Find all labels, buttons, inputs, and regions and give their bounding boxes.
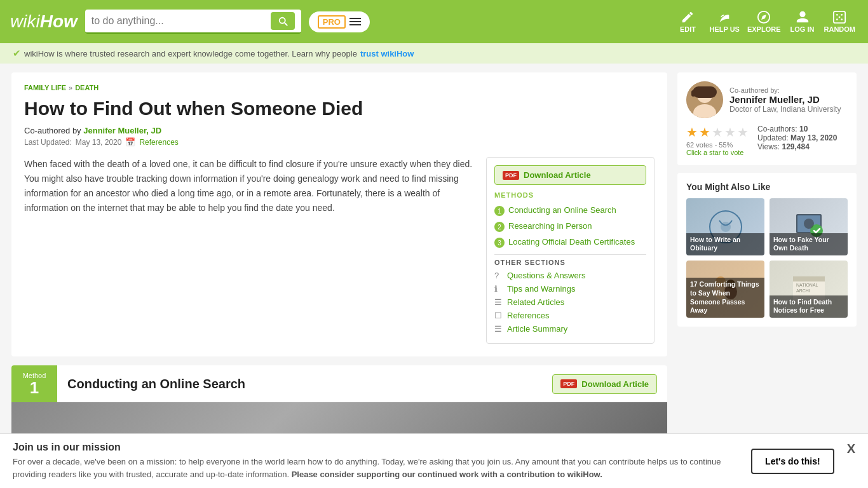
svg-point-6	[841, 18, 843, 20]
close-banner-button[interactable]: X	[847, 442, 855, 456]
co-authored-line: Co-authored by Jennifer Mueller, JD	[24, 126, 654, 135]
star-4[interactable]: ★	[724, 125, 736, 140]
other-item-references[interactable]: ☐ References	[494, 309, 646, 322]
trust-link[interactable]: trust wikiHow	[360, 49, 414, 58]
method-3-num: 3	[494, 238, 505, 248]
method-2-text: Researching in Person	[508, 221, 592, 231]
pro-label: PRO	[318, 15, 346, 29]
nav-login-label: LOG IN	[790, 25, 815, 33]
article-card: FAMILY LIFE » DEATH How to Find Out when…	[11, 72, 667, 356]
banner-content: Join us in our mission For over a decade…	[13, 442, 741, 480]
stars: ★ ★ ★ ★ ★	[686, 125, 749, 140]
method-badge-num: 1	[30, 379, 39, 396]
summary-label: Article Summary	[507, 324, 567, 334]
nav-random-label: RANDOM	[824, 25, 856, 33]
meta-coauthors: Co-authors: 10	[757, 125, 837, 133]
nav-edit[interactable]: EDIT	[671, 8, 704, 36]
lets-do-button[interactable]: Let's do this!	[751, 449, 834, 474]
download-article-button[interactable]: PDF Download Article	[494, 165, 646, 185]
updated-label: Updated:	[757, 133, 789, 142]
search-button[interactable]	[271, 12, 295, 30]
nav-explore-label: EXPLORE	[747, 25, 781, 33]
might-like-label-1: How to Write an Obituary	[686, 233, 764, 255]
star-3[interactable]: ★	[712, 125, 723, 140]
method-download-label: Download Article	[581, 379, 649, 389]
might-like-item-3[interactable]: 17 Comforting Things to Say When Someone…	[686, 261, 764, 318]
qa-icon: ?	[494, 271, 503, 280]
might-like-item-4[interactable]: NATIONAL ARCHI How to Find Death Notices…	[770, 261, 848, 318]
method-item-1[interactable]: 1 Conducting an Online Search	[494, 203, 646, 219]
hamburger-icon	[349, 18, 361, 25]
method-download-button[interactable]: PDF Download Article	[552, 374, 657, 394]
method-item-3[interactable]: 3 Locating Official Death Certificates	[494, 234, 646, 250]
might-like-item-2[interactable]: How to Fake Your Own Death	[770, 198, 848, 255]
pencil-icon	[681, 10, 695, 24]
nav-random[interactable]: RANDOM	[822, 8, 858, 36]
last-updated-line: Last Updated: May 13, 2020 📅 References	[24, 137, 654, 147]
other-item-related[interactable]: ☰ Related Articles	[494, 295, 646, 309]
nav-explore[interactable]: EXPLORE	[745, 8, 783, 36]
qa-label: Questions & Answers	[507, 271, 586, 280]
banner-body: For over a decade, we've been on a missi…	[13, 456, 741, 480]
author-name[interactable]: Jennifer Mueller, JD	[729, 94, 841, 105]
co-authored-by-label: Co-authored by:	[729, 86, 841, 94]
method-header: Method 1 Conducting an Online Search PDF…	[11, 365, 667, 402]
pro-button[interactable]: PRO	[309, 11, 370, 32]
other-item-qa[interactable]: ? Questions & Answers	[494, 269, 646, 282]
co-authored-name[interactable]: Jennifer Mueller, JD	[83, 126, 161, 135]
references-link[interactable]: References	[139, 138, 178, 147]
download-article-label: Download Article	[524, 170, 591, 180]
method-title: Conducting an Online Search	[67, 377, 245, 391]
search-icon	[277, 15, 288, 27]
compass-icon	[757, 10, 771, 24]
meta-views: Views: 129,484	[757, 142, 837, 151]
svg-point-14	[721, 222, 731, 232]
last-updated-date: May 13, 2020	[76, 138, 122, 147]
might-like-item-1[interactable]: How to Write an Obituary	[686, 198, 764, 255]
banner-title: Join us in our mission	[13, 442, 741, 453]
svg-text:NATIONAL: NATIONAL	[796, 283, 818, 287]
methods-label: METHODS	[494, 191, 646, 199]
last-updated-label: Last Updated:	[24, 138, 72, 147]
logo[interactable]: wikiHow	[10, 11, 78, 32]
seedling-icon	[717, 10, 731, 24]
search-input[interactable]	[92, 15, 268, 27]
bottom-banner: Join us in our mission For over a decade…	[0, 433, 868, 488]
other-item-tips[interactable]: ℹ Tips and Warnings	[494, 282, 646, 295]
methods-box: PDF Download Article METHODS 1 Conductin…	[486, 157, 654, 344]
pdf-icon: PDF	[503, 171, 519, 180]
method-1-text: Conducting an Online Search	[508, 205, 616, 215]
trust-check-icon: ✔	[13, 48, 21, 59]
references-label: References	[507, 311, 549, 320]
method-item-2[interactable]: 2 Researching in Person	[494, 219, 646, 234]
svg-point-7	[839, 17, 841, 18]
logo-wiki: wiki	[10, 11, 40, 32]
breadcrumb-death[interactable]: DEATH	[75, 84, 98, 92]
svg-text:ARCHI: ARCHI	[796, 288, 810, 293]
breadcrumb-family-life[interactable]: FAMILY LIFE	[24, 84, 66, 92]
nav-help-label: HELP US	[709, 25, 739, 33]
author-card: Co-authored by: Jennifer Mueller, JD Doc…	[677, 72, 857, 165]
svg-rect-26	[793, 276, 825, 281]
meta-updated: Updated: May 13, 2020	[757, 133, 837, 142]
banner-bold-text: Please consider supporting our continued…	[292, 470, 602, 479]
method-download-area: PDF Download Article	[552, 365, 667, 402]
star-5[interactable]: ★	[737, 125, 749, 140]
star-2[interactable]: ★	[699, 125, 710, 140]
nav-edit-label: EDIT	[680, 25, 696, 33]
views-value: 129,484	[782, 142, 809, 151]
nav-login[interactable]: LOG IN	[786, 8, 819, 36]
method-3-text: Locating Official Death Certificates	[508, 237, 635, 247]
search-container	[85, 10, 301, 34]
divider	[494, 254, 646, 255]
might-like-label-3: 17 Comforting Things to Say When Someone…	[686, 278, 764, 318]
views-label: Views:	[757, 142, 780, 151]
might-also-like-title: You Might Also Like	[686, 182, 848, 192]
click-star-text[interactable]: Click a star to vote	[686, 149, 749, 156]
other-item-summary[interactable]: ☰ Article Summary	[494, 322, 646, 336]
star-1[interactable]: ★	[686, 125, 698, 140]
method-badge: Method 1	[11, 365, 57, 402]
method-title-area: Conducting an Online Search	[57, 365, 552, 402]
trust-bar: ✔ wikiHow is where trusted research and …	[0, 43, 868, 64]
nav-help[interactable]: HELP US	[707, 8, 742, 36]
